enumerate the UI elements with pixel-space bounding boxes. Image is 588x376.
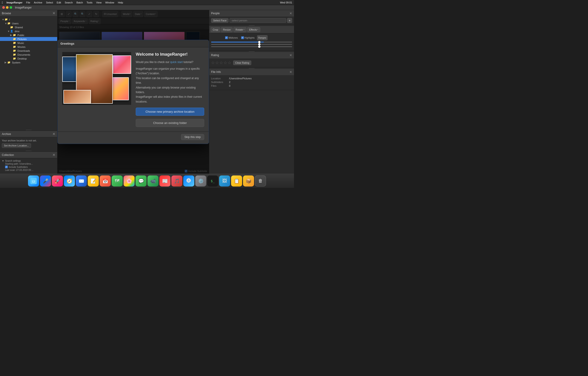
menubar-window[interactable]: Window: [104, 0, 116, 5]
people-close-button[interactable]: ✕: [289, 11, 292, 15]
dock-trash[interactable]: 🗑: [255, 176, 266, 187]
dock-photos[interactable]: 🌸: [124, 176, 135, 187]
traffic-lights: [2, 6, 12, 9]
menubar-help[interactable]: Help: [116, 0, 125, 5]
reminders-icon: 📅: [103, 178, 108, 184]
add-person-button[interactable]: +: [287, 18, 292, 23]
crop-button[interactable]: Crop: [211, 27, 220, 32]
apple-menu[interactable]: : [2, 1, 3, 4]
dock-reminders[interactable]: 📅: [100, 176, 111, 187]
dock-facetime[interactable]: 📹: [147, 176, 158, 187]
archive-panel: Archive ✕ Your archive location is not s…: [0, 131, 57, 150]
dock-music[interactable]: 🎵: [171, 176, 182, 187]
edit-toolbar-container: • • • • • Crop Resize Rotate ▾ Effects ▾: [209, 25, 294, 51]
contrast-row: [211, 44, 292, 45]
contrast-slider[interactable]: [211, 44, 292, 45]
skip-this-step-button[interactable]: Skip this step: [181, 134, 204, 140]
select-face-button[interactable]: Select Face: [211, 18, 229, 23]
star-5[interactable]: ☆: [228, 60, 231, 65]
search-settings-item: ▼ Search settings: [2, 160, 55, 162]
set-archive-location-button[interactable]: Set Archive Location...: [2, 143, 31, 148]
dock-messages[interactable]: 💬: [136, 176, 147, 187]
menubar-file[interactable]: File: [25, 0, 32, 5]
tree-item-movies[interactable]: 📁 Movies: [0, 45, 57, 49]
choose-existing-folder-button[interactable]: Choose an existing folder: [136, 119, 204, 127]
dock: 🗂 🎤 🚀 🧭 ✉️ 📝 📅 🗺 🌸 💬 📹 📰 🎵 🅐 ⚙️: [0, 174, 294, 188]
tree-item-documents[interactable]: 📁 Documents: [0, 53, 57, 56]
include-subfolders-item[interactable]: Include Subfolders: [5, 166, 55, 168]
choose-archive-button[interactable]: Choose new primary archive location: [136, 108, 204, 116]
archive-close-button[interactable]: ✕: [52, 132, 55, 136]
sidebar-resizer-1[interactable]: • • • • •: [0, 129, 57, 131]
dock-safari[interactable]: 🧭: [64, 176, 75, 187]
brightness-slider[interactable]: [211, 42, 292, 43]
dock-appstore[interactable]: 🅐: [183, 176, 194, 187]
tree-item-downloads[interactable]: 📁 Downloads: [0, 49, 57, 53]
dock-archiver[interactable]: 📦: [243, 176, 254, 187]
menubar-view[interactable]: View: [94, 0, 103, 5]
menubar-select[interactable]: Select: [44, 0, 55, 5]
file-info-close-button[interactable]: ✕: [289, 70, 292, 74]
close-button[interactable]: [2, 6, 5, 9]
dock-launchpad[interactable]: 🚀: [52, 176, 63, 187]
modal-desc-4: ImageRanger will also index photo files …: [136, 95, 202, 103]
tree-item-desktop[interactable]: 📁 Desktop: [0, 56, 57, 60]
rating-close-button[interactable]: ✕: [289, 53, 292, 57]
dock-maps[interactable]: 🗺: [112, 176, 123, 187]
saturation-slider[interactable]: [211, 46, 292, 47]
browse-close-button[interactable]: ✕: [52, 11, 55, 15]
menubar-app-name[interactable]: ImageRanger: [5, 0, 24, 5]
tree-item-users[interactable]: ▼ 📁 Users: [0, 21, 57, 25]
menubar-time: Wed 09:01: [280, 1, 292, 4]
star-2[interactable]: ☆: [215, 60, 219, 65]
menubar-archive[interactable]: Archive: [32, 0, 44, 5]
highlights-checkbox-label[interactable]: Highlights: [241, 36, 255, 39]
maximize-button[interactable]: [10, 6, 12, 9]
rotate-button[interactable]: Rotate ▾: [233, 27, 246, 32]
tree-item-system[interactable]: ▶ 📁 System: [0, 60, 57, 64]
effects-button[interactable]: Effects ▾: [247, 27, 260, 32]
midtones-label: Midtones: [229, 37, 238, 39]
star-4[interactable]: ☆: [223, 60, 227, 65]
include-subfolders-checkbox[interactable]: [5, 166, 8, 168]
browse-header: Browse ✕: [0, 10, 57, 17]
tree-item-dmx[interactable]: ▼ 👤 dmx: [0, 29, 57, 33]
midtones-checkbox-label[interactable]: Midtones: [225, 36, 238, 39]
menubar-batch[interactable]: Batch: [75, 0, 84, 5]
midtones-checkbox[interactable]: [225, 36, 228, 39]
highlights-checkbox[interactable]: [241, 36, 244, 39]
quick-start-link[interactable]: quick start: [170, 60, 183, 64]
dock-stickies[interactable]: 📋: [231, 176, 242, 187]
facetime-icon: 📹: [150, 178, 156, 184]
menubar-tools[interactable]: Tools: [85, 0, 94, 5]
collection-close-button[interactable]: ✕: [52, 153, 55, 157]
dock-notes[interactable]: 📝: [88, 176, 99, 187]
resize-button[interactable]: Resize: [221, 27, 233, 32]
menubar-search[interactable]: Search: [63, 0, 74, 5]
sidebar-resizer-2[interactable]: • • • • •: [0, 150, 57, 152]
tree-item-music[interactable]: 📁 Music: [0, 41, 57, 45]
dock-terminal[interactable]: $_: [207, 176, 218, 187]
minimize-button[interactable]: [6, 6, 9, 9]
dock-imageranger[interactable]: 🖼: [219, 176, 230, 187]
tree-item-root[interactable]: ▼ 📁 /: [0, 17, 57, 21]
browse-title: Browse: [2, 12, 11, 15]
ranges-button[interactable]: Ranges: [257, 35, 268, 40]
tree-item-public[interactable]: ▶ 📁 Public: [0, 33, 57, 37]
tree-label-movies: Movies: [17, 45, 56, 48]
dock-mail[interactable]: ✉️: [76, 176, 87, 187]
archiver-icon: 📦: [246, 178, 252, 184]
file-info-section: File Info ✕ Location /Users/dmx/Pictures…: [209, 69, 294, 90]
menubar-edit[interactable]: Edit: [55, 0, 63, 5]
select-person-dropdown[interactable]: -select person-: [230, 18, 286, 23]
dock-syspref[interactable]: ⚙️: [195, 176, 206, 187]
star-1[interactable]: ☆: [211, 60, 215, 65]
tree-item-pictures[interactable]: 📁 Pictures: [0, 37, 57, 41]
star-3[interactable]: ☆: [219, 60, 223, 65]
clear-rating-button[interactable]: Clear Rating: [233, 60, 251, 65]
menubar:  ImageRanger File Archive Select Edit S…: [0, 0, 294, 5]
dock-finder[interactable]: 🗂: [28, 176, 39, 187]
tree-item-shared[interactable]: 📁 Shared: [0, 25, 57, 29]
dock-news[interactable]: 📰: [159, 176, 170, 187]
dock-siri[interactable]: 🎤: [40, 176, 51, 187]
